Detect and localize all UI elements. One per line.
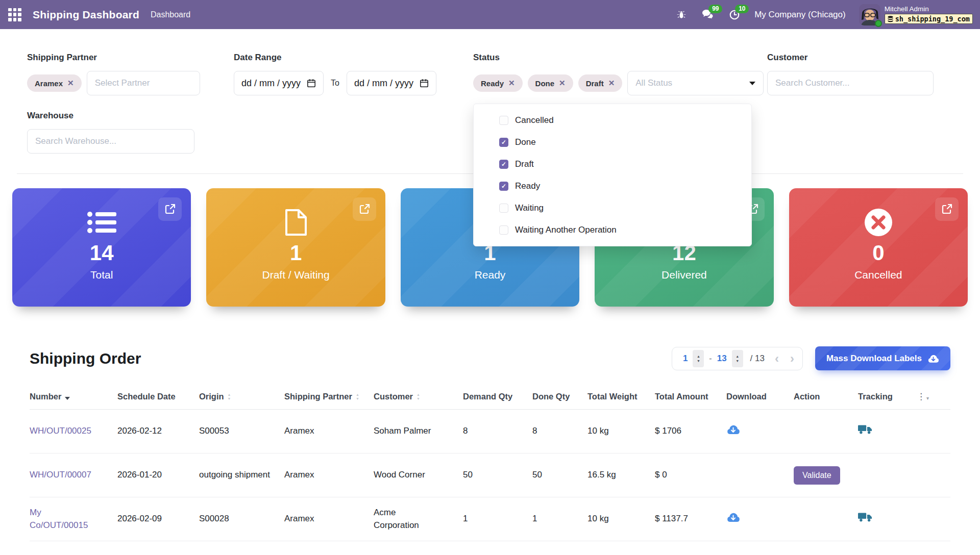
- partner-tag-aramex[interactable]: Aramex ✕: [27, 74, 82, 92]
- checkbox-icon[interactable]: ✓: [499, 160, 508, 169]
- page-end-value[interactable]: 13: [717, 354, 727, 364]
- orders-header: Shipping Order 1 ▲▼ - 13 ▲▼ / 13 ‹ › Mas…: [0, 346, 980, 370]
- done-qty-cell: 50: [532, 469, 587, 482]
- partner-cell: Aramex: [284, 425, 374, 438]
- customer-search-input[interactable]: [767, 71, 934, 95]
- status-option-waiting[interactable]: ✓ Waiting: [474, 197, 751, 219]
- schedule-date-cell: 2026-02-12: [117, 425, 199, 438]
- card-total[interactable]: 14 Total: [12, 188, 191, 307]
- order-number-link[interactable]: My Co/OUT/00015: [30, 507, 117, 532]
- validate-button[interactable]: Validate: [794, 466, 840, 485]
- page-start-stepper[interactable]: ▲▼: [693, 350, 704, 367]
- menu-dashboard[interactable]: Dashboard: [151, 10, 190, 19]
- user-menu[interactable]: Mitchell Admin sh_shipping_19_com: [859, 4, 973, 26]
- app-title: Shipping Dashboard: [33, 9, 139, 21]
- status-tag-draft[interactable]: Draft✕: [578, 74, 623, 92]
- download-label-icon[interactable]: [726, 512, 740, 523]
- pager-next-icon[interactable]: ›: [790, 352, 794, 365]
- card-label: Delivered: [662, 269, 707, 281]
- status-option-waiting-another-operation[interactable]: ✓ Waiting Another Operation: [474, 219, 751, 241]
- checkbox-icon[interactable]: ✓: [499, 182, 508, 191]
- filter-warehouse: Warehouse: [27, 111, 194, 154]
- user-name: Mitchell Admin: [885, 5, 929, 13]
- activities-clock-icon[interactable]: 10: [728, 8, 741, 21]
- tracking-truck-icon[interactable]: [858, 424, 872, 435]
- status-option-cancelled[interactable]: ✓ Cancelled: [474, 109, 751, 131]
- status-option-draft[interactable]: ✓ Draft: [474, 153, 751, 175]
- apps-grid-icon[interactable]: [8, 8, 21, 21]
- col-number[interactable]: Number: [30, 391, 117, 402]
- stepper-up-icon[interactable]: ▲: [736, 355, 739, 358]
- status-tag-ready[interactable]: Ready✕: [473, 74, 523, 92]
- total-weight-cell: 16.5 kg: [587, 469, 655, 482]
- external-link-icon[interactable]: [935, 197, 959, 221]
- date-range-label: Date Range: [234, 53, 436, 63]
- table-header-row: Number Schedule Date Origin▲▼ Shipping P…: [30, 391, 950, 410]
- checkbox-icon[interactable]: ✓: [499, 225, 508, 235]
- external-link-icon[interactable]: [158, 197, 182, 221]
- date-range-separator: To: [329, 79, 341, 88]
- calendar-icon: [307, 79, 316, 88]
- debug-bug-icon[interactable]: [675, 8, 688, 21]
- date-from-input[interactable]: dd / mm / yyyy: [234, 71, 324, 95]
- status-option-done[interactable]: ✓ Done: [474, 131, 751, 153]
- origin-cell: S00028: [199, 513, 284, 525]
- page-end-stepper[interactable]: ▲▼: [732, 350, 743, 367]
- download-label-icon[interactable]: [726, 424, 740, 435]
- database-badge: sh_shipping_19_com: [885, 14, 973, 24]
- column-options-icon[interactable]: ⋮▾: [917, 391, 929, 402]
- table-row[interactable]: WH/OUT/00025 2026-02-12 S00053 Aramex So…: [30, 410, 950, 453]
- customer-cell: Soham Palmer: [374, 425, 463, 438]
- demand-qty-cell: 1: [463, 513, 532, 525]
- order-number-link[interactable]: WH/OUT/00007: [30, 469, 117, 482]
- shipping-orders-table: Number Schedule Date Origin▲▼ Shipping P…: [30, 391, 950, 541]
- stepper-down-icon[interactable]: ▼: [736, 359, 739, 363]
- card-label: Total: [90, 269, 113, 281]
- filter-shipping-partner: Shipping Partner Aramex ✕: [27, 53, 221, 95]
- warehouse-search-input[interactable]: [27, 129, 194, 154]
- partner-search-input[interactable]: [87, 71, 200, 95]
- stepper-up-icon[interactable]: ▲: [697, 355, 700, 358]
- page-start-value[interactable]: 1: [680, 354, 688, 364]
- stepper-down-icon[interactable]: ▼: [697, 359, 700, 363]
- status-option-ready[interactable]: ✓ Ready: [474, 175, 751, 197]
- cloud-download-icon: [927, 354, 939, 363]
- checkbox-icon[interactable]: ✓: [499, 116, 508, 125]
- card-label: Cancelled: [854, 269, 902, 281]
- total-amount-cell: $ 1706: [655, 425, 726, 438]
- schedule-date-cell: 2026-01-20: [117, 469, 199, 482]
- card-draft-waiting[interactable]: 1 Draft / Waiting: [206, 188, 385, 307]
- col-shipping-partner[interactable]: Shipping Partner▲▼: [284, 391, 374, 402]
- warehouse-label: Warehouse: [27, 111, 194, 121]
- table-row[interactable]: My Co/OUT/00015 2026-02-09 S00028 Aramex…: [30, 497, 950, 541]
- col-done-qty: Done Qty: [532, 391, 587, 402]
- chevron-down-icon: [749, 82, 755, 85]
- company-switcher[interactable]: My Company (Chicago): [754, 10, 846, 20]
- tracking-truck-icon[interactable]: [858, 512, 872, 522]
- messages-icon[interactable]: 99: [701, 8, 715, 21]
- order-number-link[interactable]: WH/OUT/00025: [30, 425, 117, 438]
- col-schedule-date[interactable]: Schedule Date: [117, 391, 199, 402]
- total-weight-cell: 10 kg: [587, 425, 655, 438]
- remove-tag-icon[interactable]: ✕: [508, 79, 515, 88]
- database-icon: [888, 16, 893, 22]
- filter-status: Status Ready✕ Done✕ Draft✕ All Status: [473, 53, 764, 95]
- remove-tag-icon[interactable]: ✕: [559, 79, 566, 88]
- status-tag-done[interactable]: Done✕: [528, 74, 573, 92]
- card-cancelled[interactable]: 0 Cancelled: [789, 188, 968, 307]
- activities-count-badge: 10: [735, 5, 749, 13]
- pager-prev-icon[interactable]: ‹: [775, 352, 779, 365]
- checkbox-icon[interactable]: ✓: [499, 138, 508, 147]
- col-origin[interactable]: Origin▲▼: [199, 391, 284, 402]
- remove-tag-icon[interactable]: ✕: [608, 79, 615, 88]
- status-select[interactable]: All Status: [627, 71, 764, 95]
- table-row[interactable]: WH/OUT/00007 2026-01-20 outgoing shipmen…: [30, 453, 950, 497]
- date-to-input[interactable]: dd / mm / yyyy: [347, 71, 436, 95]
- customer-label: Customer: [767, 53, 934, 63]
- mass-download-labels-button[interactable]: Mass Download Labels: [815, 346, 950, 370]
- done-qty-cell: 8: [532, 425, 587, 438]
- remove-tag-icon[interactable]: ✕: [67, 79, 74, 88]
- checkbox-icon[interactable]: ✓: [499, 204, 508, 213]
- col-customer[interactable]: Customer▲▼: [374, 391, 463, 402]
- external-link-icon[interactable]: [353, 197, 376, 221]
